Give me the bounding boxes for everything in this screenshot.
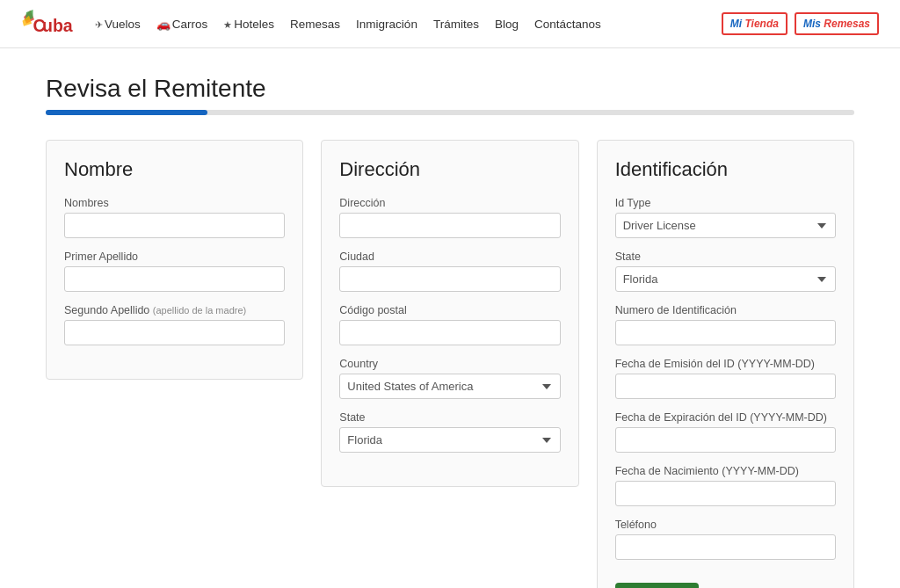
field-group-telefono: Teléfono xyxy=(615,519,836,560)
field-group-ciudad: Ciudad xyxy=(339,250,560,292)
logo[interactable]: C uba xyxy=(21,7,74,40)
label-state-dir: State xyxy=(339,411,560,424)
label-fecha-emision: Fecha de Emisión del ID (YYYY-MM-DD) xyxy=(615,358,836,370)
sublabel-segundo-apellido: (apellido de la madre) xyxy=(153,305,246,316)
select-id-type[interactable]: Driver License Passport State ID xyxy=(615,213,836,238)
label-codigo-postal: Código postal xyxy=(339,304,560,316)
field-group-id-type: Id Type Driver License Passport State ID xyxy=(615,197,836,238)
nav-item-tramites[interactable]: Trámites xyxy=(433,17,479,31)
label-direccion: Dirección xyxy=(339,197,560,209)
identificacion-card: Identificación Id Type Driver License Pa… xyxy=(597,140,854,588)
page-title: Revisa el Remitente xyxy=(46,75,854,103)
input-fecha-expiracion[interactable] xyxy=(615,427,836,453)
identificacion-card-title: Identificación xyxy=(615,158,836,181)
label-state-id: State xyxy=(615,250,836,263)
field-group-state-id: State Florida California New York Texas xyxy=(615,250,836,292)
input-telefono[interactable] xyxy=(615,534,836,560)
field-group-direccion: Dirección xyxy=(339,197,560,238)
select-state-dir[interactable]: Florida California New York Texas xyxy=(339,427,560,453)
direccion-card-title: Dirección xyxy=(339,158,560,181)
field-group-numero-id: Numero de Identificación xyxy=(615,304,836,345)
nav-item-remesas[interactable]: Remesas xyxy=(290,17,340,31)
field-group-fecha-emision: Fecha de Emisión del ID (YYYY-MM-DD) xyxy=(615,358,836,399)
nav-item-inmigracion[interactable]: Inmigración xyxy=(356,17,417,31)
mi-tienda-button[interactable]: Mi Tienda xyxy=(722,12,788,35)
field-group-fecha-nacimiento: Fecha de Nacimiento (YYYY-MM-DD) xyxy=(615,465,836,506)
nombre-card-title: Nombre xyxy=(64,158,285,181)
label-primer-apellido: Primer Apellido xyxy=(64,250,285,263)
label-telefono: Teléfono xyxy=(615,519,836,531)
field-group-codigo-postal: Código postal xyxy=(339,304,560,345)
input-fecha-nacimiento[interactable] xyxy=(615,481,836,506)
field-group-segundo-apellido: Segundo Apellido (apellido de la madre) xyxy=(64,304,285,345)
navbar: C uba ✈Vuelos 🚗Carros ★Hoteles Remesas I… xyxy=(0,0,900,48)
input-primer-apellido[interactable] xyxy=(64,266,285,292)
select-country[interactable]: United States of America Cuba México Esp… xyxy=(339,374,560,399)
nav-links: ✈Vuelos 🚗Carros ★Hoteles Remesas Inmigra… xyxy=(95,17,722,31)
select-state-id[interactable]: Florida California New York Texas xyxy=(615,266,836,292)
field-group-nombres: Nombres xyxy=(64,197,285,238)
nav-item-vuelos[interactable]: ✈Vuelos xyxy=(95,17,141,31)
input-nombres[interactable] xyxy=(64,213,285,238)
input-ciudad[interactable] xyxy=(339,266,560,292)
input-codigo-postal[interactable] xyxy=(339,320,560,345)
submit-button[interactable]: Submit xyxy=(615,583,699,588)
label-id-type: Id Type xyxy=(615,197,836,209)
label-ciudad: Ciudad xyxy=(339,250,560,263)
svg-text:uba: uba xyxy=(42,16,73,35)
nav-buttons: Mi Tienda Mis Remesas xyxy=(722,12,879,35)
field-group-country: Country United States of America Cuba Mé… xyxy=(339,358,560,399)
nav-item-contactanos[interactable]: Contáctanos xyxy=(534,17,601,31)
direccion-card: Dirección Dirección Ciudad Código postal… xyxy=(321,140,578,487)
nav-item-blog[interactable]: Blog xyxy=(495,17,519,31)
nombre-card: Nombre Nombres Primer Apellido Segundo A… xyxy=(46,140,303,380)
input-direccion[interactable] xyxy=(339,213,560,238)
main-content: Revisa el Remitente Nombre Nombres Prime… xyxy=(28,48,872,588)
label-numero-id: Numero de Identificación xyxy=(615,304,836,316)
nav-item-carros[interactable]: 🚗Carros xyxy=(156,17,208,31)
field-group-fecha-expiracion: Fecha de Expiración del ID (YYYY-MM-DD) xyxy=(615,411,836,453)
field-group-state-dir: State Florida California New York Texas xyxy=(339,411,560,453)
input-fecha-emision[interactable] xyxy=(615,374,836,399)
progress-bar-fill xyxy=(46,110,207,115)
form-grid: Nombre Nombres Primer Apellido Segundo A… xyxy=(46,140,854,588)
nav-item-hoteles[interactable]: ★Hoteles xyxy=(223,17,274,31)
progress-bar-container xyxy=(46,110,854,115)
mis-remesas-button[interactable]: Mis Remesas xyxy=(795,12,879,35)
label-fecha-nacimiento: Fecha de Nacimiento (YYYY-MM-DD) xyxy=(615,465,836,477)
input-numero-id[interactable] xyxy=(615,320,836,345)
label-nombres: Nombres xyxy=(64,197,285,209)
input-segundo-apellido[interactable] xyxy=(64,320,285,345)
label-country: Country xyxy=(339,358,560,370)
label-segundo-apellido: Segundo Apellido (apellido de la madre) xyxy=(64,304,285,316)
label-fecha-expiracion: Fecha de Expiración del ID (YYYY-MM-DD) xyxy=(615,411,836,424)
field-group-primer-apellido: Primer Apellido xyxy=(64,250,285,292)
